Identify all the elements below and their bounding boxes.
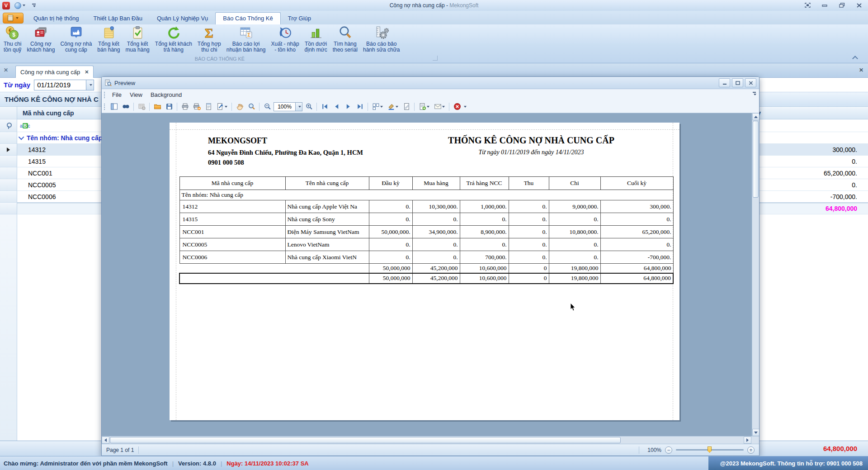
scale-button[interactable] [215, 102, 229, 112]
scroll-right-icon[interactable] [744, 437, 751, 444]
preview-window: Preview File View Background [101, 76, 760, 456]
preview-close-button[interactable] [745, 78, 756, 87]
toolbar-overflow-icon[interactable] [464, 106, 467, 108]
group-collapse-icon[interactable] [19, 134, 24, 140]
page-setup-button[interactable] [203, 102, 214, 112]
zoom-value: 100% [274, 104, 295, 110]
button-bao-cao-loi-nhuan-ban-hang[interactable]: Σ Báo cáo lợinhuận bán hàng [224, 25, 269, 55]
open-button[interactable] [152, 102, 163, 112]
hand-tool-button[interactable] [234, 102, 245, 112]
multiple-pages-button[interactable] [370, 102, 385, 112]
next-page-button[interactable] [343, 102, 354, 112]
button-cong-no-khach-hang[interactable]: Công nợkhách hàng [24, 25, 57, 55]
minimize-button[interactable] [819, 1, 830, 9]
dialog-launcher-icon[interactable] [433, 56, 438, 61]
filter-cell-right[interactable] [755, 119, 868, 132]
preview-status-bar: Page 1 of 1 100% − + [102, 444, 759, 456]
tab-quan-ly-nghiep-vu[interactable]: Quản Lý Nghiệp Vụ [150, 13, 215, 24]
preview-icon [104, 79, 112, 86]
export-document-button[interactable] [417, 102, 431, 112]
page-color-button[interactable] [386, 102, 400, 112]
previous-page-button[interactable] [331, 102, 342, 112]
tab-quan-tri-he-thong[interactable]: Quản trị hệ thống [26, 13, 86, 24]
ribbon-collapse-icon[interactable] [852, 56, 858, 60]
report-group-row: Tên nhóm: Nhà cung cấp [179, 190, 673, 200]
document-map-button[interactable] [108, 102, 119, 112]
quick-print-button[interactable] [191, 102, 202, 112]
report-data-row: NCC0005Lenovo VietNam 0.0. 0.0. 0.0. [179, 238, 673, 251]
abc-filter-icon: aBc [20, 123, 30, 128]
button-bao-cao-bao-hanh-sua-chua[interactable]: Báo cáo bảohành sửa chữa [360, 25, 402, 55]
button-tong-hop-thu-chi[interactable]: Σ Tổng hợpthu chi [195, 25, 224, 55]
svg-text:Σ: Σ [247, 32, 250, 38]
preview-title-bar[interactable]: Preview [102, 77, 759, 89]
vertical-scrollbar[interactable] [752, 113, 759, 436]
factory-icon [69, 25, 84, 40]
from-date-input[interactable]: 01/11/2019 [34, 80, 86, 90]
zoom-out-button[interactable] [262, 102, 273, 112]
menu-grip[interactable] [104, 91, 106, 99]
zoom-slider-thumb[interactable] [708, 446, 712, 453]
button-ton-duoi-dinh-muc[interactable]: Tồn dướiđịnh mức [302, 25, 330, 55]
preview-document-area[interactable]: MEKONGSOFT 64 Nguyễn Đình Chiểu, Phường … [102, 113, 759, 436]
column-header-cuoi-ky-partial[interactable]: ỳ [755, 107, 868, 119]
find-button[interactable] [120, 102, 131, 112]
zoom-combo[interactable]: 100% [274, 102, 302, 111]
watermark-button[interactable] [401, 102, 412, 112]
restore-button[interactable] [836, 1, 847, 9]
exit-preview-button[interactable] [452, 102, 462, 112]
save-button[interactable] [164, 102, 175, 112]
close-tab-left-icon[interactable]: ✕ [4, 67, 8, 73]
menu-view[interactable]: View [126, 90, 146, 100]
button-cong-no-nha-cung-cap[interactable]: Công nợ nhàcung cấp [57, 25, 94, 55]
page-count-label: Page 1 of 1 [106, 447, 134, 453]
report-data-row: 14315Nhà cung cấp Sony 0.0. 0.0. 0.0. [179, 213, 673, 226]
close-button[interactable] [854, 1, 864, 9]
coins-icon: €$ [5, 25, 20, 40]
from-date-dropdown[interactable] [86, 80, 94, 90]
menu-overflow-icon[interactable] [752, 92, 756, 95]
toolbar-grip[interactable] [104, 103, 106, 110]
customize-button-disabled [136, 102, 147, 112]
scroll-left-icon[interactable] [102, 437, 109, 444]
horizontal-scroll-thumb[interactable] [110, 437, 621, 443]
zoom-slider[interactable] [676, 449, 744, 451]
preview-maximize-button[interactable] [732, 78, 743, 87]
document-tab-active[interactable]: Công nợ nhà cung cấp ✕ [15, 66, 94, 78]
vertical-scroll-thumb[interactable] [753, 121, 759, 198]
application-menu-button[interactable] [3, 13, 24, 24]
version-text: Version: 4.8.0 [178, 460, 216, 467]
button-xuat-nhap-ton-kho[interactable]: Xuất - nhập- tồn kho [269, 25, 302, 55]
zoom-plus-button[interactable]: + [747, 446, 755, 454]
send-email-button[interactable] [432, 102, 447, 112]
tab-close-icon[interactable]: ✕ [85, 69, 89, 75]
button-tong-ket-mua-hang[interactable]: Tổng kếtmua hàng [123, 25, 152, 55]
margin-guide [176, 123, 176, 420]
zoom-dropdown-icon[interactable] [295, 103, 302, 111]
close-tab-right-icon[interactable]: ✕ [859, 67, 863, 73]
scroll-up-icon[interactable] [752, 113, 759, 120]
preview-minimize-button[interactable] [719, 78, 730, 87]
from-date-label: Từ ngày [4, 81, 30, 89]
scroll-down-icon[interactable] [752, 429, 759, 436]
button-tong-ket-ban-hang[interactable]: Tổng kếtbán hàng [94, 25, 123, 55]
report-company-phone: 0901 000 508 [208, 159, 244, 166]
print-button[interactable] [179, 102, 190, 112]
tab-tro-giup[interactable]: Trợ Giúp [281, 13, 318, 24]
magnifier-tool-button[interactable] [246, 102, 257, 112]
button-tong-ket-khach-tra-hang[interactable]: Tổng kết kháchtrả hàng [152, 25, 195, 55]
zoom-minus-button[interactable]: − [665, 446, 672, 454]
tab-bao-cao-thong-ke[interactable]: Báo Cáo Thống Kê [215, 12, 280, 24]
tab-thiet-lap-ban-dau[interactable]: Thiết Lập Ban Đầu [86, 13, 149, 24]
report-company-address: 64 Nguyễn Đình Chiểu, Phường Đa Kao, Quậ… [208, 149, 363, 157]
zoom-in-button[interactable] [303, 102, 314, 112]
first-page-button[interactable] [319, 102, 330, 112]
button-tim-hang-theo-serial[interactable]: Tìm hàngtheo serial [330, 25, 360, 55]
fullscreen-button[interactable] [802, 1, 813, 9]
horizontal-scrollbar[interactable] [102, 436, 759, 444]
button-thu-chi-ton-quy[interactable]: €$ Thu chitồn quỹ [1, 25, 24, 55]
menu-background[interactable]: Background [147, 90, 185, 100]
last-page-button[interactable] [354, 102, 365, 112]
preview-window-title: Preview [114, 80, 135, 86]
menu-file[interactable]: File [108, 90, 125, 100]
